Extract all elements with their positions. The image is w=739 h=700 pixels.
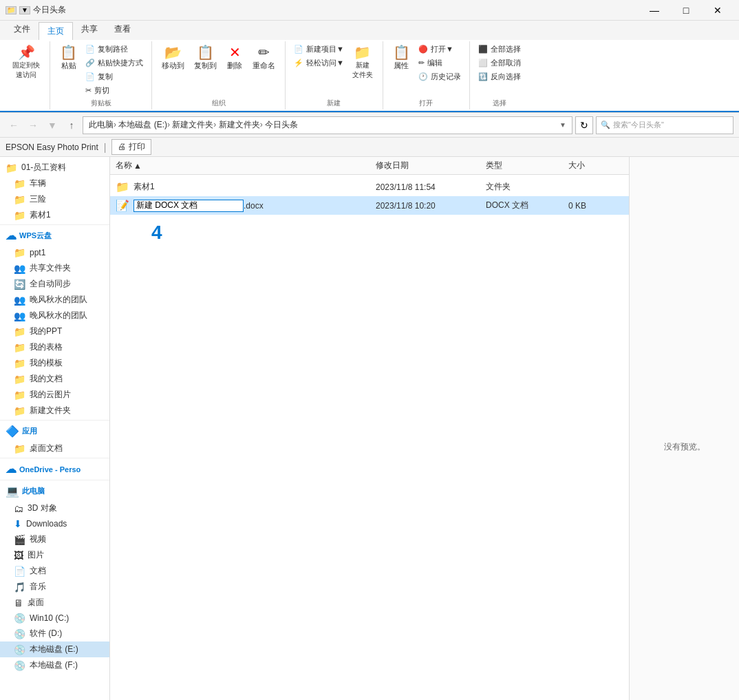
sidebar-label-desktopd: 桌面 xyxy=(28,597,44,608)
sidebar-item-soft[interactable]: 💿 软件 (D:) xyxy=(0,626,109,641)
sidebar-item-documents[interactable]: 📄 文档 xyxy=(0,563,109,579)
file-list: 📁 素材1 2023/11/8 11:54 文件夹 📝 .docx 2023/1… xyxy=(110,175,629,700)
sidebar-label-share: 共享文件夹 xyxy=(30,262,71,274)
select-all-button[interactable]: ⬛ 全部选择 xyxy=(475,43,524,56)
sidebar-item-newfolder[interactable]: 📁 新建文件夹 xyxy=(0,403,109,418)
tab-home[interactable]: 主页 xyxy=(39,22,73,40)
sidebar-item-video[interactable]: 🎬 视频 xyxy=(0,531,109,547)
pin-to-quick-access-button[interactable]: 📌 固定到快速访问 xyxy=(8,43,44,83)
copy-path-button[interactable]: 📄 复制路径 xyxy=(83,43,146,56)
sidebar-item-downloads[interactable]: ⬇ Downloads xyxy=(0,516,109,531)
table-row[interactable]: 📁 素材1 2023/11/8 11:54 文件夹 xyxy=(110,178,629,196)
easy-access-label: 轻松访问▼ xyxy=(306,58,344,68)
sidebar-item-ppt1[interactable]: 📁 ppt1 xyxy=(0,245,109,260)
sidebar-item-pictures[interactable]: 🖼 图片 xyxy=(0,547,109,563)
sidebar-section-onedrive[interactable]: ☁ OneDrive - Perso xyxy=(0,460,109,478)
open-icon: 🔴 xyxy=(418,45,428,54)
soft-icon: 💿 xyxy=(14,628,25,639)
up-button[interactable]: ↑ xyxy=(63,117,80,134)
crumb-current[interactable]: 今日头条 xyxy=(260,119,298,131)
sidebar-item-mytable[interactable]: 📁 我的表格 xyxy=(0,339,109,355)
local-icon: 💿 xyxy=(14,644,25,655)
refresh-button[interactable]: ↻ xyxy=(575,116,593,134)
sidebar-label-san: 三险 xyxy=(30,193,46,205)
sidebar-item-win10[interactable]: 💿 Win10 (C:) xyxy=(0,611,109,626)
crumb-folder2[interactable]: 新建文件夹 xyxy=(213,119,259,131)
sidebar-section-thispc[interactable]: 💻 此电脑 xyxy=(0,482,109,500)
tab-file[interactable]: 文件 xyxy=(6,21,39,40)
history-button[interactable]: 🕐 历史记录 xyxy=(416,70,464,83)
open-small-btns: 🔴 打开▼ ✏ 编辑 🕐 历史记录 xyxy=(416,43,464,83)
address-bar[interactable]: 此电脑 本地磁盘 (E:) 新建文件夹 新建文件夹 今日头条 ▼ xyxy=(83,116,572,134)
forward-button[interactable]: → xyxy=(25,117,41,134)
paste-shortcut-button[interactable]: 🔗 粘贴快捷方式 xyxy=(83,56,146,70)
sidebar-item-myppt[interactable]: 📁 我的PPT xyxy=(0,324,109,339)
tab-share[interactable]: 共享 xyxy=(73,21,106,40)
new-item-button[interactable]: 📄 新建项目▼ xyxy=(291,43,347,56)
paste-button[interactable]: 📋 粘贴 xyxy=(56,43,81,74)
epson-separator: | xyxy=(104,142,107,153)
sidebar-item-team2[interactable]: 👥 晚风秋水的团队 xyxy=(0,308,109,324)
invert-label: 反向选择 xyxy=(491,72,521,82)
ribbon-group-select-items: ⬛ 全部选择 ⬜ 全部取消 🔃 反向选择 xyxy=(475,43,524,97)
properties-button[interactable]: 📋 属性 xyxy=(389,43,414,74)
rename-button[interactable]: ✏ 重命名 xyxy=(248,43,279,74)
sidebar-item-local[interactable]: 💿 本地磁盘 (E:) xyxy=(0,641,109,657)
table-row[interactable]: 📝 .docx 2023/11/8 10:20 DOCX 文档 0 KB xyxy=(110,196,629,215)
sidebar-item-mydoc[interactable]: 📁 我的文档 xyxy=(0,371,109,387)
sidebar-item-3d[interactable]: 🗂 3D 对象 xyxy=(0,500,109,516)
new-folder-button[interactable]: 📁 新建文件夹 xyxy=(348,43,377,83)
sidebar-section-wps[interactable]: ☁ WPS云盘 xyxy=(0,226,109,245)
sidebar-item-mypic[interactable]: 📁 我的云图片 xyxy=(0,387,109,403)
col-date[interactable]: 修改日期 xyxy=(376,160,486,171)
delete-button[interactable]: ✕ 删除 xyxy=(222,43,247,74)
sidebar-label-myppt: 我的PPT xyxy=(30,326,62,337)
open-group-label: 打开 xyxy=(419,97,433,108)
tab-view[interactable]: 查看 xyxy=(106,21,139,40)
sidebar-item-sucai1[interactable]: 📁 素材1 xyxy=(0,207,109,223)
sidebar-item-localf[interactable]: 💿 本地磁盘 (F:) xyxy=(0,657,109,673)
sidebar-item-car[interactable]: 📁 车辆 xyxy=(0,176,109,191)
open-button[interactable]: 🔴 打开▼ xyxy=(416,43,464,56)
col-name[interactable]: 名称 ▲ xyxy=(116,160,376,171)
crumb-drive[interactable]: 本地磁盘 (E:) xyxy=(114,119,167,131)
select-none-button[interactable]: ⬜ 全部取消 xyxy=(475,56,524,70)
move-to-button[interactable]: 📂 移动到 xyxy=(158,43,189,74)
cut-button[interactable]: ✂ 剪切 xyxy=(83,84,146,97)
edit-button[interactable]: ✏ 编辑 xyxy=(416,56,464,70)
sidebar-item-team1[interactable]: 👥 晚风秋水的团队 xyxy=(0,292,109,308)
sidebar-item-desktopd[interactable]: 🖥 桌面 xyxy=(0,595,109,611)
recent-button[interactable]: ▼ xyxy=(44,117,61,134)
col-size[interactable]: 大小 xyxy=(568,160,623,171)
folder-file-icon: 📁 xyxy=(116,180,129,193)
minimize-button[interactable]: — xyxy=(639,0,670,21)
address-dropdown-icon[interactable]: ▼ xyxy=(559,121,566,129)
copy-button[interactable]: 📄 复制 xyxy=(83,70,146,83)
col-type[interactable]: 类型 xyxy=(486,160,568,171)
crumb-thispc[interactable]: 此电脑 xyxy=(89,119,114,131)
ribbon-group-organize: 📂 移动到 📋 复制到 ✕ 删除 ✏ 重命名 组织 xyxy=(152,41,286,109)
easy-access-button[interactable]: ⚡ 轻松访问▼ xyxy=(291,56,347,70)
rename-input[interactable] xyxy=(133,200,244,212)
new-folder-label: 新建文件夹 xyxy=(352,61,373,80)
back-button[interactable]: ← xyxy=(6,117,22,134)
close-button[interactable]: ✕ xyxy=(702,0,733,21)
sidebar-item-san[interactable]: 📁 三险 xyxy=(0,191,109,207)
epson-print-button[interactable]: 🖨 打印 xyxy=(111,139,151,155)
sidebar-item-01[interactable]: 📁 01-员工资料 xyxy=(0,160,109,176)
invert-selection-button[interactable]: 🔃 反向选择 xyxy=(475,70,524,83)
sidebar-item-autosync[interactable]: 🔄 全自动同步 xyxy=(0,276,109,292)
sidebar-item-share[interactable]: 👥 共享文件夹 xyxy=(0,260,109,276)
sidebar-section-apps[interactable]: 🔷 应用 xyxy=(0,422,109,441)
sidebar-item-mytemplate[interactable]: 📁 我的模板 xyxy=(0,355,109,371)
crumb-folder1[interactable]: 新建文件夹 xyxy=(167,119,213,131)
title-quick-access-icon[interactable]: ▼ xyxy=(19,6,30,14)
sidebar-item-music[interactable]: 🎵 音乐 xyxy=(0,579,109,595)
sidebar-item-desktop[interactable]: 📁 桌面文档 xyxy=(0,441,109,456)
copy-to-button[interactable]: 📋 复制到 xyxy=(190,43,221,74)
select-small-btns: ⬛ 全部选择 ⬜ 全部取消 🔃 反向选择 xyxy=(475,43,524,83)
sidebar-label-downloads: Downloads xyxy=(26,519,67,529)
sidebar-label-team1: 晚风秋水的团队 xyxy=(30,294,87,306)
maximize-button[interactable]: □ xyxy=(670,0,702,21)
search-bar[interactable]: 🔍 搜索"今日头条" xyxy=(596,116,733,134)
